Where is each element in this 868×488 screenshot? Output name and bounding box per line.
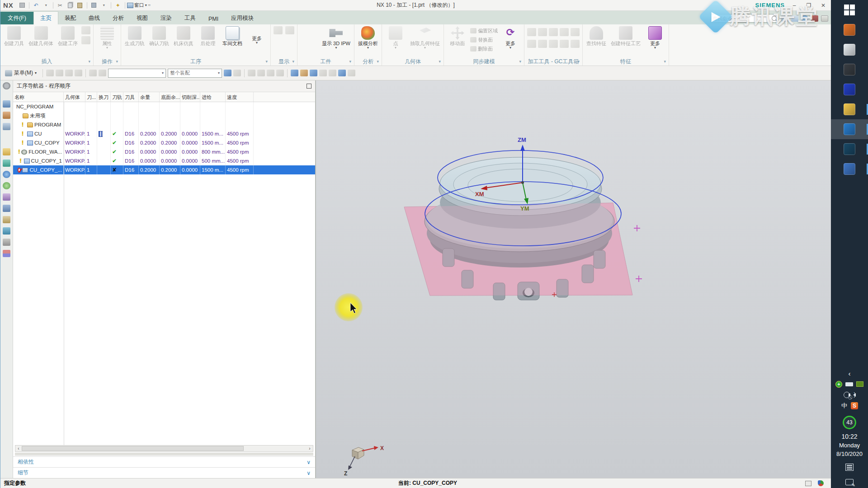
tool-display-icon[interactable] — [299, 44, 309, 53]
antivirus-shield-icon[interactable]: + — [835, 381, 842, 388]
group-dropdown-icon[interactable]: ▾ — [439, 59, 441, 64]
scene-visualization-icon[interactable] — [3, 227, 10, 235]
clock-time[interactable]: 10:22 — [841, 432, 857, 441]
roles-icon[interactable] — [3, 216, 10, 223]
clock-day[interactable]: Monday — [839, 441, 860, 450]
pencil-icon[interactable] — [791, 15, 798, 22]
close-button[interactable]: ✕ — [818, 2, 828, 9]
process-studio-icon[interactable] — [3, 193, 10, 201]
column-header-5[interactable]: 刀具 — [123, 92, 139, 102]
group-dropdown-icon[interactable]: ▾ — [664, 59, 666, 64]
shaded-view-icon[interactable] — [291, 70, 298, 76]
tab-主页[interactable]: 主页 — [33, 11, 58, 24]
copy-icon[interactable] — [66, 2, 74, 9]
file-explorer-icon[interactable] — [831, 99, 868, 119]
dropdown-arrow-icon[interactable]: ▾ — [424, 46, 426, 50]
dropdown-arrow-icon[interactable]: ▾ — [106, 46, 108, 50]
snap-point-icon[interactable] — [56, 70, 63, 76]
name-cell[interactable]: !PROGRAM — [13, 120, 64, 129]
sogou-input-icon[interactable]: S — [851, 402, 858, 409]
find-command-input[interactable] — [712, 16, 771, 21]
pan-icon[interactable] — [267, 70, 274, 76]
tab-工具[interactable]: 工具 — [178, 12, 202, 24]
tab-装配[interactable]: 装配 — [58, 12, 82, 24]
ribbon-button[interactable]: ⟳更多▾ — [499, 25, 522, 50]
tab-视图[interactable]: 视图 — [130, 12, 154, 24]
view-orient-icon[interactable] — [319, 70, 327, 76]
selection-scope-combo[interactable]: 整个装配▾ — [168, 69, 222, 78]
group-dropdown-icon[interactable]: ▾ — [519, 59, 521, 64]
calculator-blue-icon[interactable] — [831, 159, 868, 179]
table-row[interactable]: !PROGRAM — [13, 120, 315, 129]
tab-曲线[interactable]: 曲线 — [82, 12, 106, 24]
dependencies-section[interactable]: 相依性 ∨ — [13, 456, 315, 467]
navigator-column-headers[interactable]: 名称几何体刀...换刀刀轨刀具余量底面余...切削深...进给速度 — [13, 92, 315, 102]
tab-应用模块[interactable]: 应用模块 — [225, 12, 260, 24]
scroll-right-icon[interactable]: › — [307, 446, 313, 451]
window-restore-icon[interactable] — [821, 15, 828, 22]
undo-dropdown-icon[interactable]: ▾ — [42, 2, 50, 9]
history-palette-icon[interactable] — [805, 481, 811, 486]
battery-icon[interactable] — [845, 382, 853, 386]
repeat-dropdown-icon[interactable]: ▾ — [100, 2, 108, 9]
column-header-9[interactable]: 进给 — [200, 92, 226, 102]
assembly-navigator-icon[interactable] — [3, 100, 10, 108]
horizontal-scrollbar[interactable]: ‹ › — [15, 445, 313, 452]
dropdown-arrow-icon[interactable]: ▾ — [367, 46, 369, 50]
volume-icon[interactable] — [853, 393, 856, 397]
tool-display-icon[interactable] — [309, 44, 319, 53]
start-button[interactable] — [831, 0, 868, 20]
window-menu[interactable]: 窗口 ▾≂ — [127, 2, 151, 9]
cut-icon[interactable]: ✂ — [56, 2, 64, 9]
minimize-button[interactable]: – — [789, 2, 799, 9]
templates-icon[interactable] — [3, 239, 10, 246]
name-cell[interactable]: !CU_COPY — [13, 138, 64, 147]
group-dropdown-icon[interactable]: ▾ — [349, 59, 351, 64]
paint-app-icon[interactable] — [831, 80, 868, 99]
tool-display-icon[interactable] — [309, 35, 319, 44]
model-canvas[interactable]: ZM XM YM — [316, 80, 831, 478]
teamcenter-shield-icon[interactable] — [818, 480, 824, 486]
dropdown-arrow-icon[interactable]: ▾ — [256, 41, 258, 45]
ribbon-button[interactable]: 拔模分析▾ — [356, 25, 380, 50]
save-icon[interactable] — [18, 2, 26, 9]
group-dropdown-icon[interactable]: ▾ — [377, 59, 379, 64]
dropdown-arrow-icon[interactable]: ▾ — [395, 46, 396, 50]
reuse-library-icon[interactable] — [3, 148, 10, 155]
undo-icon[interactable]: ↶ — [32, 2, 40, 9]
column-header-2[interactable]: 刀... — [85, 92, 97, 102]
touch-mode-icon[interactable] — [781, 15, 788, 22]
column-header-3[interactable]: 换刀 — [97, 92, 111, 102]
tool-display-icon[interactable] — [299, 35, 309, 44]
navigator-settings-gear-icon[interactable] — [3, 82, 10, 89]
column-header-8[interactable]: 切削深... — [180, 92, 200, 102]
name-cell[interactable]: 未用项 — [13, 111, 64, 120]
edit-section-icon[interactable] — [338, 70, 346, 76]
scrollbar-thumb[interactable] — [22, 446, 244, 451]
group-dropdown-icon[interactable]: ▾ — [265, 59, 268, 64]
column-header-10[interactable]: 速度 — [226, 92, 254, 102]
undock-panel-icon[interactable] — [307, 84, 311, 89]
window-cascade-icon[interactable] — [348, 70, 355, 76]
ribbon-button[interactable]: 车间文档 — [221, 25, 244, 46]
select-tool-icon[interactable] — [46, 70, 54, 76]
ribbon-button[interactable]: 显示 3D IPW▾ — [320, 25, 352, 50]
details-section[interactable]: 细节 ∨ — [13, 467, 315, 478]
dropdown-arrow-icon[interactable]: ▾ — [654, 46, 656, 50]
graphics-viewport[interactable]: ZM XM YM — [316, 80, 831, 478]
group-dropdown-icon[interactable]: ▾ — [292, 59, 294, 64]
snipping-tool-icon[interactable] — [831, 40, 868, 60]
constraint-navigator-icon[interactable] — [3, 112, 10, 119]
tool-display-icon[interactable] — [299, 26, 309, 35]
hidden-icons-chevron[interactable]: ‹ — [849, 370, 851, 379]
scroll-left-icon[interactable]: ‹ — [15, 446, 22, 451]
show-hide-icon[interactable] — [329, 70, 336, 76]
nx-app-icon[interactable] — [831, 119, 868, 139]
table-row[interactable]: !CU_COPYWORKP...1✔D160.20000.20000.00001… — [13, 138, 315, 147]
type-filter-combo[interactable]: ▾ — [108, 69, 166, 78]
clock-date[interactable]: 8/10/2020 — [836, 450, 863, 458]
dropdown-arrow-icon[interactable]: ▾ — [335, 46, 337, 50]
tencent-classroom-app-icon[interactable] — [831, 20, 868, 40]
selection-filter-icon[interactable] — [89, 70, 97, 76]
render-style-icon[interactable] — [310, 70, 317, 76]
